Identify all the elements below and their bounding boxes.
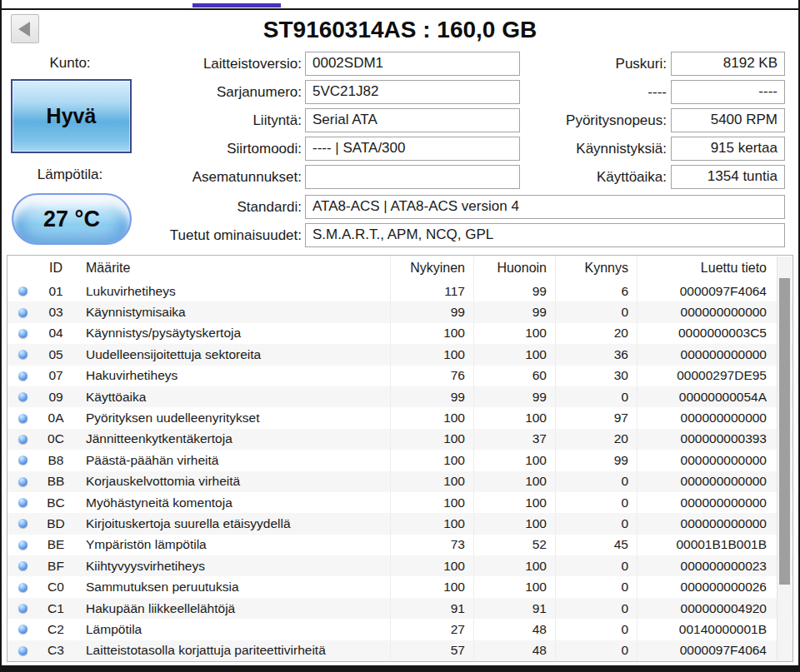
attribute-id: C3	[38, 643, 74, 658]
scrollbar-thumb[interactable]	[779, 278, 790, 585]
status-ok-icon	[18, 646, 28, 655]
drive-title: ST9160314AS : 160,0 GB	[0, 17, 800, 43]
smart-table-body: 01 Lukuvirhetiheys 117 99 6 0000097F4064…	[8, 281, 792, 661]
table-row[interactable]: 09 Käyttöaika 99 99 0 00000000054A	[8, 386, 792, 407]
table-row[interactable]: 05 Uudelleensijoitettuja sektoreita 100 …	[8, 344, 792, 365]
attribute-raw-value: 000000000023	[637, 555, 778, 576]
attribute-id: BC	[38, 495, 74, 510]
table-row[interactable]: C3 Laitteistotasolla korjattuja pariteet…	[8, 640, 792, 661]
attribute-worst-value: 100	[473, 323, 555, 344]
field-features-label: Tuetut ominaisuudet:	[170, 223, 302, 247]
table-row[interactable]: B8 Päästä-päähän virheitä 100 100 99 000…	[8, 450, 792, 470]
current-column-header[interactable]: Nykyinen	[390, 256, 473, 281]
attribute-threshold-value: 97	[555, 407, 637, 428]
attribute-id: 0C	[38, 431, 74, 446]
attribute-name: Lämpötila	[74, 622, 390, 637]
attribute-worst-value: 99	[473, 386, 555, 407]
temperature-badge[interactable]: 27 °C	[12, 193, 132, 245]
field-buffer-label: Puskuri:	[616, 52, 667, 76]
worst-column-header[interactable]: Huonoin	[473, 256, 555, 281]
attribute-threshold-value: 0	[555, 513, 637, 534]
attribute-threshold-value: 0	[555, 301, 637, 322]
status-ok-icon	[18, 329, 28, 338]
attribute-name: Käyttöaika	[74, 390, 390, 405]
table-row[interactable]: BD Kirjoituskertoja suurella etäisyydell…	[8, 513, 792, 534]
table-row[interactable]: C1 Hakupään liikkeellelähtöjä 91 91 0 00…	[8, 598, 792, 619]
status-ok-icon	[18, 435, 28, 444]
attribute-threshold-value: 20	[555, 429, 637, 450]
attribute-current-value: 99	[390, 386, 473, 407]
attribute-worst-value: 52	[473, 535, 555, 555]
attribute-raw-value: 000000000000	[637, 450, 778, 470]
attribute-threshold-value: 30	[555, 366, 637, 386]
health-status-button[interactable]: Hyvä	[11, 79, 132, 153]
status-ok-icon	[18, 392, 28, 401]
field-serial-value: 5VC21J82	[305, 80, 520, 104]
id-column-header[interactable]: ID	[38, 261, 74, 276]
field-firmware-value: 0002SDM1	[305, 52, 520, 76]
attribute-name: Pyörityksen uudelleenyritykset	[74, 411, 390, 426]
attribute-current-value: 100	[390, 344, 473, 365]
attribute-column-header[interactable]: Määrite	[74, 261, 390, 276]
attribute-worst-value: 100	[473, 450, 555, 470]
field-features-value: S.M.A.R.T., APM, NCQ, GPL	[305, 223, 785, 247]
attribute-current-value: 100	[390, 471, 473, 492]
status-ok-icon	[18, 583, 28, 592]
field-interface-label: Liityntä:	[252, 108, 302, 132]
drive-tab-indicator[interactable]	[192, 3, 281, 7]
attribute-current-value: 100	[390, 407, 473, 428]
attribute-raw-value: 00000000054A	[637, 386, 778, 407]
status-column-header[interactable]	[8, 256, 38, 281]
table-row[interactable]: 07 Hakuvirhetiheys 76 60 30 00000297DE95	[8, 366, 792, 386]
attribute-raw-value: 00001B1B001B	[637, 535, 778, 555]
table-row[interactable]: BE Ympäristön lämpötila 73 52 45 00001B1…	[8, 535, 792, 555]
attribute-threshold-value: 0	[555, 471, 637, 492]
attribute-threshold-value: 20	[555, 323, 637, 344]
attribute-current-value: 27	[390, 619, 473, 640]
field-power-on-count-label: Käynnistyksiä:	[576, 137, 667, 161]
field-drive-letters-label: Asematunnukset:	[192, 165, 302, 189]
attribute-threshold-value: 45	[555, 535, 637, 555]
attribute-raw-value: 000000000026	[637, 576, 778, 597]
table-row[interactable]: C0 Sammutuksen peruutuksia 100 100 0 000…	[8, 576, 792, 597]
table-row[interactable]: 04 Käynnistys/pysäytyskertoja 100 100 20…	[8, 323, 792, 344]
field-transfer-mode-value: ---- | SATA/300	[305, 137, 520, 161]
attribute-id: 09	[38, 390, 74, 405]
attribute-id: BF	[38, 559, 74, 574]
attribute-name: Laitteistotasolla korjattuja pariteettiv…	[74, 643, 390, 658]
attribute-current-value: 73	[390, 535, 473, 555]
table-row[interactable]: BB Korjauskelvottomia virheitä 100 100 0…	[8, 471, 792, 492]
attribute-raw-value: 0000000003C5	[637, 323, 778, 344]
table-row[interactable]: 03 Käynnistymisaika 99 99 0 000000000000	[8, 301, 792, 322]
table-row[interactable]: BF Kiihtyvyysvirhetiheys 100 100 0 00000…	[8, 555, 792, 576]
attribute-worst-value: 100	[473, 492, 555, 513]
attribute-raw-value: 000000000000	[637, 471, 778, 492]
table-row[interactable]: 01 Lukuvirhetiheys 117 99 6 0000097F4064	[8, 281, 792, 301]
temperature-value: 27 °C	[43, 207, 100, 232]
attribute-current-value: 100	[390, 450, 473, 470]
threshold-column-header[interactable]: Kynnys	[555, 256, 637, 281]
status-ok-icon	[18, 561, 28, 570]
table-row[interactable]: C2 Lämpötila 27 48 0 00140000001B	[8, 619, 792, 640]
attribute-worst-value: 100	[473, 407, 555, 428]
raw-column-header[interactable]: Luettu tieto	[637, 256, 778, 281]
attribute-name: Kirjoituskertoja suurella etäisyydellä	[74, 516, 390, 531]
attribute-current-value: 117	[390, 281, 473, 301]
table-row[interactable]: 0A Pyörityksen uudelleenyritykset 100 10…	[8, 407, 792, 428]
table-row[interactable]: BC Myöhästyneitä komentoja 100 100 0 000…	[8, 492, 792, 513]
attribute-current-value: 100	[390, 576, 473, 597]
field-rotation-rate-value: 5400 RPM	[671, 108, 785, 132]
field-rotation-rate-label: Pyöritysnopeus:	[566, 108, 667, 132]
field-standard-label: Standardi:	[238, 195, 302, 219]
attribute-id: 04	[38, 326, 74, 341]
status-ok-icon	[18, 414, 28, 423]
field-unknown-value: ----	[671, 80, 785, 104]
attribute-name: Ympäristön lämpötila	[74, 537, 390, 552]
vertical-scrollbar[interactable]	[777, 256, 792, 660]
attribute-current-value: 99	[390, 301, 473, 322]
attribute-id: 07	[38, 368, 74, 383]
attribute-current-value: 100	[390, 323, 473, 344]
table-row[interactable]: 0C Jännitteenkytkentäkertoja 100 37 20 0…	[8, 429, 792, 450]
attribute-raw-value: 00140000001B	[637, 619, 778, 640]
field-drive-letters-value	[305, 165, 520, 189]
